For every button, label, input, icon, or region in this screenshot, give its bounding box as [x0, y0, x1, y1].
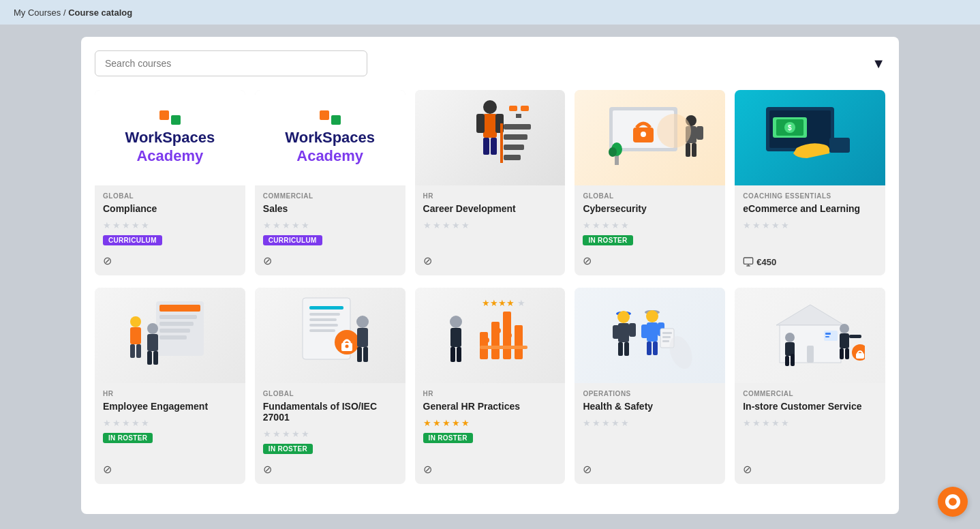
course-card-cyber[interactable]: GLOBAL Cybersecurity ★★★★★ IN ROSTER ⊘ — [575, 90, 725, 275]
course-card-employee[interactable]: HR Employee Engagement ★★★★★ IN ROSTER ⊘ — [95, 288, 245, 484]
star: ★ — [423, 418, 431, 428]
card-image: $ — [735, 90, 885, 185]
svg-point-45 — [147, 323, 158, 334]
star: ★ — [442, 418, 450, 428]
svg-rect-60 — [357, 347, 362, 362]
svg-rect-66 — [480, 346, 527, 349]
svg-rect-52 — [309, 318, 337, 321]
card-image: ★★★★ ★ — [415, 288, 566, 383]
card-category: GLOBAL — [263, 390, 397, 397]
course-card-health[interactable]: OPERATIONS Health & Safety ★★★★★ ⊘ — [575, 288, 725, 484]
svg-rect-93 — [662, 340, 669, 342]
star: ★ — [592, 418, 600, 428]
svg-rect-91 — [662, 332, 672, 334]
star: ★ — [452, 418, 460, 428]
star: ★ — [771, 418, 780, 428]
svg-rect-13 — [516, 114, 521, 118]
star: ★ — [292, 429, 300, 439]
course-card-ecommerce[interactable]: $ COACHING ESSENTIALS eCommerce and Lear… — [735, 90, 885, 275]
sync-icon: ⊘ — [743, 463, 752, 476]
svg-rect-92 — [662, 336, 671, 338]
svg-rect-72 — [450, 347, 455, 362]
star-rating: ★★★★★ — [423, 220, 557, 230]
card-image — [415, 90, 566, 185]
course-card-sales[interactable]: WorkSpaces Academy COMMERCIAL Sales ★★★★… — [255, 90, 405, 275]
search-bar-row: ▼ — [95, 50, 885, 76]
svg-rect-7 — [504, 134, 527, 140]
card-category: GLOBAL — [583, 192, 717, 200]
star-rating: ★★★★★ — [583, 418, 717, 428]
card-title: Health & Safety — [583, 401, 717, 412]
svg-point-58 — [356, 316, 369, 328]
star: ★ — [752, 220, 761, 230]
star-rating: ★★★★★ — [263, 429, 397, 439]
svg-rect-103 — [785, 356, 789, 366]
svg-point-112 — [949, 498, 957, 506]
card-category: HR — [103, 390, 237, 397]
svg-point-57 — [346, 345, 349, 348]
course-card-iso[interactable]: GLOBAL Fundamentals of ISO/IEC 27001 ★★★… — [255, 288, 405, 484]
course-card-instore[interactable]: COMMERCIAL In-store Customer Service ★★★… — [735, 288, 885, 484]
search-input[interactable] — [95, 50, 367, 76]
svg-rect-80 — [629, 323, 636, 337]
card-title: Employee Engagement — [103, 401, 237, 412]
svg-rect-63 — [491, 322, 500, 359]
star: ★ — [442, 220, 450, 230]
svg-point-105 — [840, 324, 849, 333]
svg-rect-39 — [159, 329, 190, 333]
card-body: COMMERCIAL Sales ★★★★★ CURRICULUM ⊘ — [255, 185, 405, 275]
sync-icon: ⊘ — [103, 463, 112, 476]
star-rating: ★★★★★ — [743, 418, 877, 428]
breadcrumb-parent[interactable]: My Courses — [14, 7, 61, 18]
star: ★ — [583, 220, 591, 230]
svg-rect-81 — [618, 342, 623, 356]
card-body: GLOBAL Fundamentals of ISO/IEC 27001 ★★★… — [255, 383, 405, 484]
curriculum-badge: CURRICULUM — [263, 235, 322, 245]
sync-icon: ⊘ — [423, 254, 432, 267]
card-title: Fundamentals of ISO/IEC 27001 — [263, 401, 397, 423]
svg-rect-82 — [624, 342, 629, 356]
card-footer: €450 — [743, 251, 877, 267]
svg-rect-85 — [647, 322, 658, 342]
svg-rect-40 — [159, 335, 187, 339]
star: ★ — [621, 220, 629, 230]
star: ★ — [273, 220, 281, 230]
star-rating: ★★★★★ — [583, 220, 717, 230]
svg-rect-107 — [849, 335, 861, 338]
svg-rect-99 — [825, 333, 831, 335]
card-category: HR — [423, 192, 557, 200]
svg-rect-37 — [159, 315, 197, 319]
star: ★ — [752, 418, 761, 428]
star: ★ — [762, 418, 770, 428]
chat-button[interactable] — [938, 487, 968, 517]
card-footer: ⊘ — [263, 249, 397, 267]
star: ★ — [122, 418, 130, 428]
svg-rect-22 — [692, 143, 696, 157]
card-title: Sales — [263, 203, 397, 214]
card-body: OPERATIONS Health & Safety ★★★★★ ⊘ — [575, 383, 725, 484]
star: ★ — [602, 220, 610, 230]
star: ★ — [273, 429, 281, 439]
card-category: COMMERCIAL — [263, 192, 397, 200]
in-roster-badge: IN ROSTER — [263, 444, 313, 454]
svg-rect-89 — [653, 342, 658, 355]
star: ★ — [282, 429, 290, 439]
svg-rect-5 — [491, 138, 497, 155]
card-footer: ⊘ — [103, 457, 237, 476]
card-footer: ⊘ — [423, 457, 557, 476]
course-card-hrpractices[interactable]: ★★★★ ★ HR General HR Practices ★★★★★ IN … — [415, 288, 566, 484]
star: ★ — [583, 418, 591, 428]
star: ★ — [621, 418, 629, 428]
star: ★ — [282, 220, 290, 230]
course-card-career[interactable]: HR Career Development ★★★★★ ⊘ — [415, 90, 566, 275]
star: ★ — [141, 220, 149, 230]
svg-point-77 — [617, 311, 630, 323]
card-body: GLOBAL Compliance ★★★★★ CURRICULUM ⊘ — [95, 185, 245, 275]
card-image — [255, 288, 405, 383]
star: ★ — [461, 418, 470, 428]
svg-marker-95 — [776, 305, 844, 325]
star-rating: ★★★★★ — [423, 418, 557, 428]
filter-icon[interactable]: ▼ — [872, 56, 885, 72]
card-body: COACHING ESSENTIALS eCommerce and Learni… — [735, 185, 885, 275]
course-card-compliance[interactable]: WorkSpaces Academy GLOBAL Compliance ★★★… — [95, 90, 245, 275]
